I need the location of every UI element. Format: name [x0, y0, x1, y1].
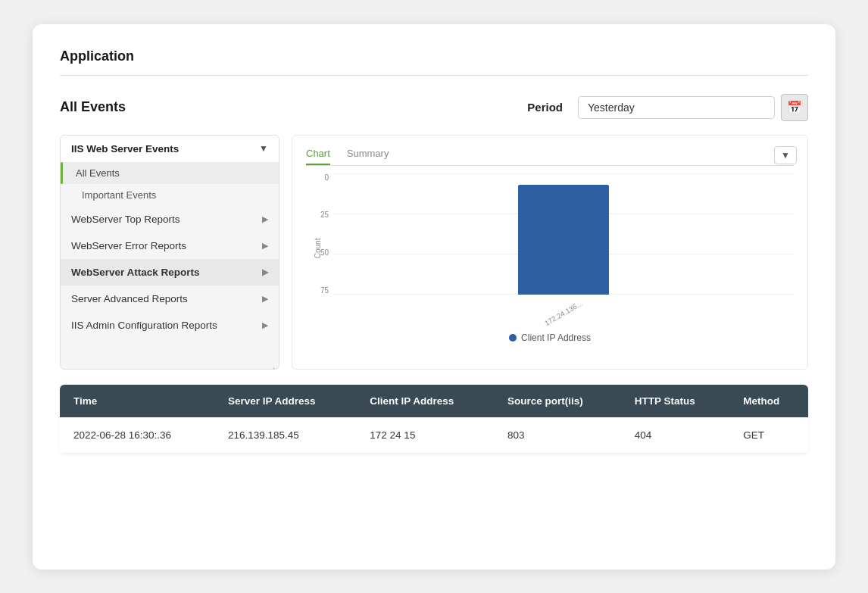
- sidebar: IIS Web Server Events ▼ All Events Impor…: [60, 135, 279, 370]
- resize-handle[interactable]: ⌟: [270, 360, 279, 369]
- sidebar-item-label: Important Events: [82, 189, 156, 201]
- period-controls: Period Yesterday 📅: [527, 94, 808, 121]
- bar-1: [518, 185, 609, 295]
- chevron-down-icon: ▼: [781, 150, 790, 161]
- sidebar-item-all-events[interactable]: All Events: [61, 162, 279, 184]
- col-time: Time: [60, 385, 214, 417]
- title-divider: [60, 75, 808, 76]
- app-title: Application: [60, 48, 808, 64]
- sidebar-menu-label: WebServer Error Reports: [71, 240, 186, 251]
- chart-panel: Chart Summary ▼ 75 50 25 0 Count: [292, 135, 808, 370]
- cell-server-ip: 216.139.185.45: [214, 417, 356, 454]
- chart-inner: 172.24.136...: [333, 173, 794, 295]
- sidebar-item-important-events[interactable]: Important Events: [61, 184, 279, 206]
- cell-source-port: 803: [494, 417, 621, 454]
- sidebar-group-iis-web-server-events[interactable]: IIS Web Server Events ▼: [61, 136, 279, 162]
- chevron-right-icon: ▶: [262, 241, 268, 251]
- legend-label: Client IP Address: [521, 332, 591, 343]
- period-label: Period: [527, 101, 563, 114]
- sidebar-group-label: IIS Web Server Events: [71, 143, 179, 154]
- chart-tabs: Chart Summary: [306, 148, 794, 166]
- sidebar-item-webserver-attack-reports[interactable]: WebServer Attack Reports ▶: [61, 259, 279, 286]
- y-label-25: 25: [306, 211, 333, 219]
- sidebar-menu-label: Server Advanced Reports: [71, 293, 188, 304]
- sidebar-item-server-advanced-reports[interactable]: Server Advanced Reports ▶: [61, 286, 279, 312]
- sidebar-item-webserver-top-reports[interactable]: WebServer Top Reports ▶: [61, 206, 279, 233]
- col-server-ip: Server IP Address: [214, 385, 356, 417]
- sidebar-item-iis-admin-config-reports[interactable]: IIS Admin Configuration Reports ▶: [61, 312, 279, 339]
- y-label-0: 0: [306, 173, 333, 182]
- main-content: IIS Web Server Events ▼ All Events Impor…: [60, 135, 808, 370]
- cell-time: 2022-06-28 16:30:.36: [60, 417, 214, 454]
- grid-line-75: [333, 173, 794, 174]
- chart-legend: Client IP Address: [306, 332, 794, 343]
- calendar-icon: 📅: [787, 100, 802, 114]
- chevron-right-icon: ▶: [262, 320, 268, 330]
- calendar-button[interactable]: 📅: [781, 94, 808, 121]
- chevron-right-icon: ▶: [262, 267, 268, 277]
- sidebar-menu-label: WebServer Attack Reports: [71, 267, 200, 278]
- col-http-status: HTTP Status: [621, 385, 729, 417]
- table-header-row: Time Server IP Address Client IP Address…: [60, 385, 808, 417]
- sidebar-item-label: All Events: [76, 167, 120, 179]
- col-method: Method: [729, 385, 808, 417]
- main-card: Application All Events Period Yesterday …: [33, 24, 835, 570]
- section-header: All Events Period Yesterday 📅: [60, 94, 808, 121]
- bar-group-1: 172.24.136...: [333, 185, 794, 295]
- events-table: Time Server IP Address Client IP Address…: [60, 385, 808, 454]
- chart-dropdown-button[interactable]: ▼: [774, 146, 797, 164]
- sidebar-menu-label: WebServer Top Reports: [71, 214, 180, 225]
- tab-chart[interactable]: Chart: [306, 148, 330, 165]
- cell-method: GET: [729, 417, 808, 454]
- section-title: All Events: [60, 99, 527, 115]
- table-section: Time Server IP Address Client IP Address…: [60, 385, 808, 454]
- period-select[interactable]: Yesterday: [578, 96, 775, 119]
- chart-area: 75 50 25 0 Count: [306, 173, 794, 325]
- col-client-ip: Client IP Address: [356, 385, 494, 417]
- chevron-down-icon: ▼: [259, 143, 268, 154]
- legend-dot: [509, 334, 517, 342]
- x-axis-label-1: 172.24.136...: [543, 298, 584, 326]
- table-row: 2022-06-28 16:30:.36 216.139.185.45 172 …: [60, 417, 808, 454]
- chart-y-axis: 75 50 25 0: [306, 173, 333, 295]
- sidebar-item-webserver-error-reports[interactable]: WebServer Error Reports ▶: [61, 233, 279, 259]
- tab-summary[interactable]: Summary: [347, 148, 389, 165]
- chevron-right-icon: ▶: [262, 214, 268, 224]
- chevron-right-icon: ▶: [262, 294, 268, 304]
- cell-client-ip: 172 24 15: [356, 417, 494, 454]
- col-source-port: Source port(iis): [494, 385, 621, 417]
- y-label-75: 75: [306, 286, 333, 295]
- sidebar-menu-label: IIS Admin Configuration Reports: [71, 320, 217, 331]
- cell-http-status: 404: [621, 417, 729, 454]
- y-axis-title: Count: [314, 238, 322, 258]
